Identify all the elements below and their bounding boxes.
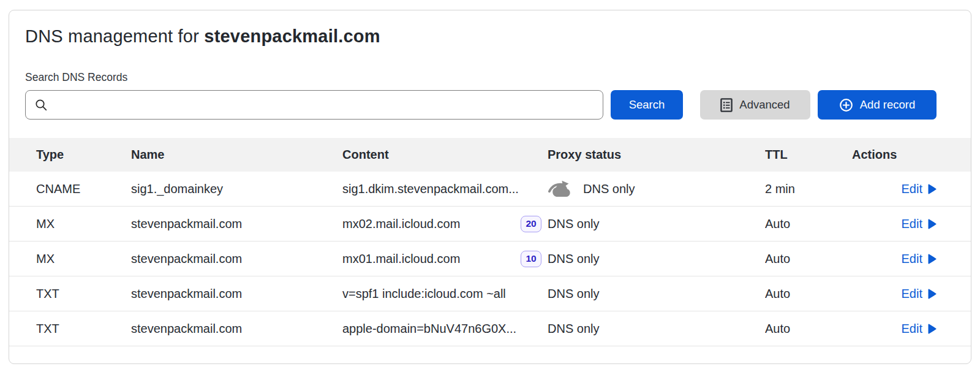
page-title-prefix: DNS management for xyxy=(25,26,204,46)
edit-link-label: Edit xyxy=(902,252,922,266)
add-record-button[interactable]: Add record xyxy=(818,90,937,120)
proxy-status-value: DNS only xyxy=(548,217,599,231)
edit-record-link[interactable]: Edit xyxy=(902,287,937,301)
edit-link-label: Edit xyxy=(902,217,922,231)
record-actions-cell: Edit xyxy=(852,217,971,231)
dns-management-card: DNS management for stevenpackmail.com Se… xyxy=(9,10,971,364)
record-type-cell: MX xyxy=(9,252,131,266)
proxy-status-value: DNS only xyxy=(548,322,599,336)
record-content-cell: mx02.mail.icloud.com 20 xyxy=(342,216,548,232)
add-record-button-label: Add record xyxy=(860,98,916,112)
edit-record-link[interactable]: Edit xyxy=(902,182,937,196)
record-name-cell: sig1._domainkey xyxy=(131,182,342,196)
edit-arrow-icon xyxy=(928,219,937,229)
record-type-cell: TXT xyxy=(9,322,131,336)
dns-only-cloud-icon xyxy=(548,180,575,199)
search-button-label: Search xyxy=(629,98,665,112)
header-content: Content xyxy=(342,148,548,162)
priority-badge: 10 xyxy=(521,251,541,267)
edit-link-label: Edit xyxy=(902,322,922,336)
table-body: CNAME sig1._domainkey sig1.dkim.stevenpa… xyxy=(9,172,971,346)
page-title: DNS management for stevenpackmail.com xyxy=(25,26,955,47)
record-name-cell: stevenpackmail.com xyxy=(131,252,342,266)
record-proxy-cell: DNS only xyxy=(548,180,765,199)
header-actions: Actions xyxy=(852,148,971,162)
search-input-wrapper xyxy=(25,90,603,120)
record-actions-cell: Edit xyxy=(852,182,971,196)
record-content-value: mx01.mail.icloud.com xyxy=(342,252,460,266)
record-actions-cell: Edit xyxy=(852,287,971,301)
record-content-cell: v=spf1 include:icloud.com ~all xyxy=(342,287,548,301)
record-content-value: mx02.mail.icloud.com xyxy=(342,217,460,231)
record-content-value: sig1.dkim.stevenpackmail.com... xyxy=(342,182,519,196)
edit-arrow-icon xyxy=(928,254,937,264)
record-type-cell: CNAME xyxy=(9,182,131,196)
record-name-cell: stevenpackmail.com xyxy=(131,287,342,301)
edit-record-link[interactable]: Edit xyxy=(902,322,937,336)
record-ttl-cell: Auto xyxy=(765,252,852,266)
advanced-list-icon xyxy=(720,98,733,112)
search-input[interactable] xyxy=(48,99,603,112)
edit-arrow-icon xyxy=(928,324,937,334)
proxy-status-value: DNS only xyxy=(548,252,599,266)
dns-toolbar: Search Advanced xyxy=(25,90,937,120)
record-name-cell: stevenpackmail.com xyxy=(131,217,342,231)
record-content-value: apple-domain=bNuV47n6G0X... xyxy=(342,322,516,336)
proxy-status-value: DNS only xyxy=(548,287,599,301)
record-ttl-cell: Auto xyxy=(765,287,852,301)
advanced-button[interactable]: Advanced xyxy=(700,90,810,120)
edit-arrow-icon xyxy=(928,184,937,194)
table-row: TXT stevenpackmail.com v=spf1 include:ic… xyxy=(9,276,971,311)
domain-name: stevenpackmail.com xyxy=(204,26,380,46)
table-row: CNAME sig1._domainkey sig1.dkim.stevenpa… xyxy=(9,172,971,207)
record-actions-cell: Edit xyxy=(852,322,971,336)
advanced-button-label: Advanced xyxy=(739,98,790,112)
header-proxy-status: Proxy status xyxy=(548,148,765,162)
record-content-cell: sig1.dkim.stevenpackmail.com... xyxy=(342,182,548,196)
edit-link-label: Edit xyxy=(902,287,922,301)
record-proxy-cell: DNS only xyxy=(548,287,765,301)
table-row: TXT stevenpackmail.com apple-domain=bNuV… xyxy=(9,311,971,346)
proxy-status-value: DNS only xyxy=(583,182,635,196)
record-ttl-cell: 2 min xyxy=(765,182,852,196)
search-icon xyxy=(35,99,48,112)
table-header-row: Type Name Content Proxy status TTL Actio… xyxy=(9,138,971,172)
record-proxy-cell: DNS only xyxy=(548,252,765,266)
record-type-cell: MX xyxy=(9,217,131,231)
table-row: MX stevenpackmail.com mx02.mail.icloud.c… xyxy=(9,207,971,242)
record-content-cell: apple-domain=bNuV47n6G0X... xyxy=(342,322,548,336)
edit-link-label: Edit xyxy=(902,182,922,196)
record-actions-cell: Edit xyxy=(852,252,971,266)
header-ttl: TTL xyxy=(765,148,852,162)
record-type-cell: TXT xyxy=(9,287,131,301)
header-name: Name xyxy=(131,148,342,162)
edit-record-link[interactable]: Edit xyxy=(902,217,937,231)
table-row: MX stevenpackmail.com mx01.mail.icloud.c… xyxy=(9,242,971,276)
record-ttl-cell: Auto xyxy=(765,217,852,231)
edit-record-link[interactable]: Edit xyxy=(902,252,937,266)
dns-records-table: Type Name Content Proxy status TTL Actio… xyxy=(9,138,971,346)
plus-circle-icon xyxy=(839,98,853,112)
record-content-cell: mx01.mail.icloud.com 10 xyxy=(342,251,548,267)
record-name-cell: stevenpackmail.com xyxy=(131,322,342,336)
record-content-value: v=spf1 include:icloud.com ~all xyxy=(342,287,506,301)
header-type: Type xyxy=(9,148,131,162)
record-proxy-cell: DNS only xyxy=(548,322,765,336)
edit-arrow-icon xyxy=(928,289,937,299)
search-button[interactable]: Search xyxy=(611,90,683,120)
record-proxy-cell: DNS only xyxy=(548,217,765,231)
search-label: Search DNS Records xyxy=(25,71,955,84)
record-ttl-cell: Auto xyxy=(765,322,852,336)
priority-badge: 20 xyxy=(521,216,541,232)
